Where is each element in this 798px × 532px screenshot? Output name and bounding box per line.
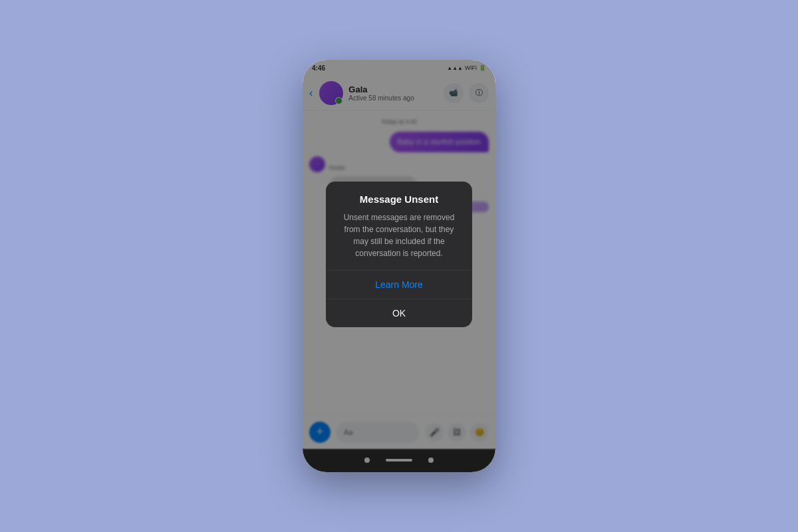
- modal-body-text: Unsent messages are removed from the con…: [336, 211, 462, 259]
- nav-recents-dot: [428, 458, 434, 463]
- modal-content: Message Unsent Unsent messages are remov…: [326, 182, 472, 259]
- ok-button[interactable]: OK: [326, 299, 472, 327]
- modal-dialog: Message Unsent Unsent messages are remov…: [326, 182, 472, 327]
- nav-home-pill: [386, 459, 412, 462]
- learn-more-button[interactable]: Learn More: [326, 271, 472, 299]
- navigation-bar: [303, 448, 495, 472]
- phone-frame: 4:46 ▲▲▲ WiFi 🔋 ‹ Gala Active 58 minutes…: [303, 60, 495, 472]
- modal-overlay: Message Unsent Unsent messages are remov…: [303, 60, 495, 448]
- modal-title: Message Unsent: [336, 194, 462, 205]
- nav-back-dot: [364, 458, 370, 463]
- app-background: 4:46 ▲▲▲ WiFi 🔋 ‹ Gala Active 58 minutes…: [0, 0, 798, 532]
